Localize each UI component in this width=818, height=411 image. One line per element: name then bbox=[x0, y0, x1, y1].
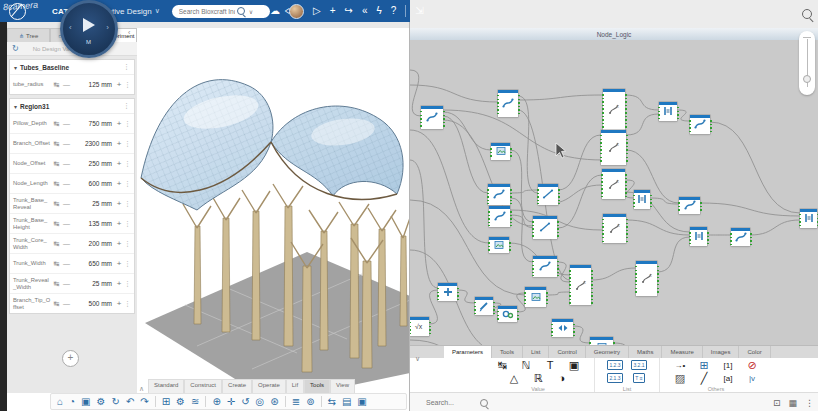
wire[interactable] bbox=[443, 110, 603, 160]
wire[interactable] bbox=[573, 326, 590, 343]
spline-node[interactable] bbox=[679, 197, 700, 214]
spline-node[interactable] bbox=[498, 90, 518, 117]
wire[interactable] bbox=[710, 122, 800, 213]
input-ports[interactable] bbox=[658, 107, 660, 120]
pointer-icon[interactable]: →• bbox=[668, 362, 692, 370]
extrude-node[interactable] bbox=[659, 102, 677, 121]
extrude-node[interactable] bbox=[690, 227, 707, 246]
param-menu-icon[interactable]: ⋮ bbox=[124, 200, 131, 208]
extrude-node[interactable] bbox=[800, 209, 817, 228]
decrease-button[interactable]: — bbox=[62, 81, 71, 88]
cloud-icon[interactable]: ☁ bbox=[270, 6, 280, 16]
share-icon[interactable]: ↪ bbox=[345, 6, 353, 16]
search-input[interactable] bbox=[177, 7, 237, 16]
range-icon[interactable]: ↹ bbox=[51, 280, 62, 288]
output-ports[interactable] bbox=[650, 195, 652, 208]
null-icon[interactable]: ⊘ bbox=[740, 360, 764, 371]
decrease-button[interactable]: — bbox=[62, 280, 71, 287]
range-icon[interactable]: ↹ bbox=[51, 160, 62, 168]
range-icon[interactable]: ↹ bbox=[51, 260, 62, 268]
snapshot-icon[interactable]: ⊡ bbox=[773, 398, 781, 408]
wire[interactable] bbox=[657, 237, 690, 272]
input-ports[interactable] bbox=[474, 302, 476, 314]
output-ports[interactable] bbox=[518, 95, 520, 116]
settings-icon[interactable]: ⚙ bbox=[97, 397, 106, 407]
increase-button[interactable]: + bbox=[114, 219, 124, 228]
input-ports[interactable] bbox=[487, 189, 489, 204]
spline-node[interactable] bbox=[421, 106, 443, 129]
wire[interactable] bbox=[558, 175, 602, 228]
3d-viewport[interactable] bbox=[137, 28, 410, 411]
input-ports[interactable] bbox=[524, 292, 526, 306]
more-icon[interactable]: ⋮ bbox=[805, 398, 814, 408]
output-ports[interactable] bbox=[429, 322, 431, 335]
real-icon[interactable]: ℝ bbox=[526, 373, 550, 384]
wire[interactable] bbox=[626, 220, 690, 235]
range-icon[interactable]: ↹ bbox=[51, 81, 62, 89]
output-ports[interactable] bbox=[700, 202, 702, 213]
extrude-node[interactable] bbox=[634, 190, 650, 209]
param-value[interactable]: 750 mm bbox=[71, 120, 114, 127]
wire[interactable] bbox=[625, 95, 659, 110]
decrease-button[interactable]: — bbox=[62, 140, 71, 147]
input-ports[interactable] bbox=[689, 120, 691, 133]
help-icon[interactable]: ? bbox=[391, 6, 397, 16]
decrease-button[interactable]: — bbox=[62, 160, 71, 167]
law-node[interactable]: x bbox=[601, 130, 626, 165]
output-ports[interactable] bbox=[546, 292, 548, 306]
palette-tab-tools[interactable]: Tools bbox=[492, 346, 523, 358]
decrease-button[interactable]: — bbox=[62, 120, 71, 127]
boolean-icon[interactable]: ◑ bbox=[550, 373, 574, 384]
wire[interactable] bbox=[410, 160, 438, 288]
input-ports[interactable] bbox=[602, 219, 604, 242]
gears-node[interactable] bbox=[498, 306, 517, 322]
range-icon[interactable]: ↹ bbox=[51, 200, 62, 208]
action-tab-standard[interactable]: Standard bbox=[148, 379, 184, 393]
palette-tab-maths[interactable]: Maths bbox=[629, 346, 662, 358]
text-icon[interactable]: T bbox=[538, 360, 562, 371]
action-tab-create[interactable]: Create bbox=[222, 379, 252, 393]
wire[interactable] bbox=[518, 95, 603, 100]
param-menu-icon[interactable]: ⋮ bbox=[124, 140, 131, 148]
arrows-node[interactable] bbox=[552, 319, 573, 337]
increase-button[interactable]: + bbox=[114, 179, 124, 188]
sort-list-icon[interactable]: 2.1.3 bbox=[603, 376, 627, 381]
reverse-list-icon[interactable]: 3.2.1 bbox=[627, 363, 651, 368]
palette-search-icon[interactable] bbox=[480, 399, 488, 407]
action-tab-lif[interactable]: Lif bbox=[286, 379, 304, 393]
spline-node[interactable] bbox=[533, 256, 557, 277]
decrease-button[interactable]: — bbox=[62, 300, 71, 307]
param-value[interactable]: 600 mm bbox=[71, 180, 114, 187]
law-node[interactable]: x bbox=[603, 89, 625, 130]
output-ports[interactable] bbox=[557, 261, 559, 276]
picture-node[interactable] bbox=[525, 287, 546, 307]
3d-scene[interactable] bbox=[137, 28, 410, 411]
play-icon[interactable]: ▷ bbox=[313, 6, 321, 16]
param-value[interactable]: 250 mm bbox=[71, 160, 114, 167]
input-ports[interactable] bbox=[532, 221, 534, 238]
group-menu-icon[interactable]: ⋮ bbox=[123, 102, 130, 110]
param-value[interactable]: 650 mm bbox=[71, 260, 114, 267]
param-menu-icon[interactable]: ⋮ bbox=[124, 160, 131, 168]
orbit-icon[interactable]: ◎ bbox=[256, 397, 265, 407]
keyboard-icon[interactable]: ▦ bbox=[788, 398, 797, 408]
angle-icon[interactable]: △ bbox=[502, 373, 526, 384]
increase-button[interactable]: + bbox=[114, 239, 124, 248]
group-icon[interactable]: ⊞ bbox=[692, 360, 716, 371]
search-icon[interactable] bbox=[237, 7, 245, 15]
input-ports[interactable] bbox=[799, 214, 801, 227]
wire[interactable] bbox=[410, 85, 498, 102]
list-icon[interactable]: 1.2.3 bbox=[603, 363, 627, 368]
param-value[interactable]: 500 mm bbox=[71, 300, 114, 307]
param-menu-icon[interactable]: ⋮ bbox=[124, 280, 131, 288]
rotate-icon[interactable]: ↺ bbox=[241, 397, 249, 407]
save-icon[interactable]: ▣ bbox=[81, 397, 90, 407]
law-node[interactable]: x bbox=[570, 265, 591, 305]
global-search[interactable]: ∨ bbox=[172, 5, 270, 18]
signal-icon[interactable]: ≋ bbox=[191, 397, 199, 407]
input-ports[interactable] bbox=[437, 288, 439, 300]
output-ports[interactable] bbox=[517, 311, 519, 321]
input-ports[interactable] bbox=[601, 174, 603, 198]
output-ports[interactable] bbox=[443, 111, 445, 128]
input-ports[interactable] bbox=[410, 322, 411, 335]
